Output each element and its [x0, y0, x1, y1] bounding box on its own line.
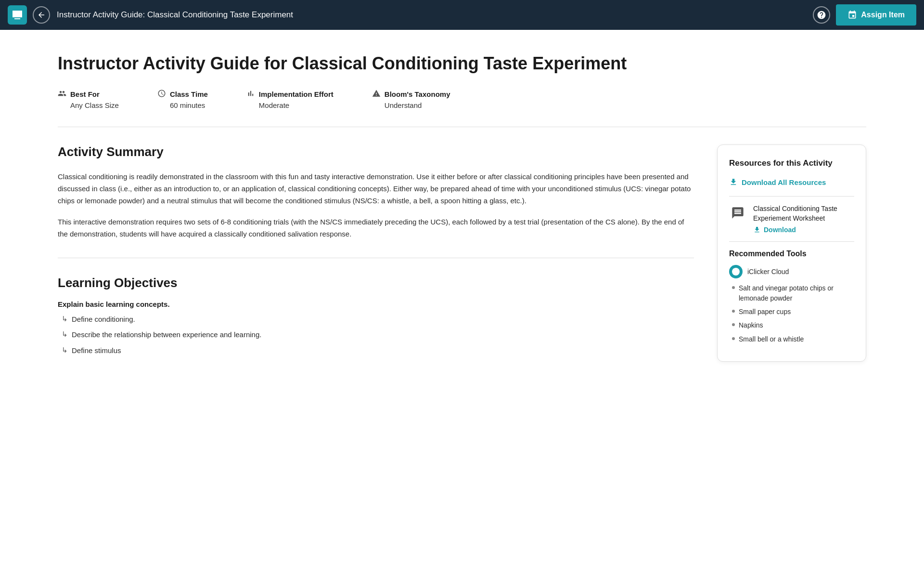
resource-download-link[interactable]: Download [753, 226, 854, 234]
supply-item-2: Napkins [729, 320, 854, 330]
people-icon [58, 89, 66, 99]
tools-divider [729, 241, 854, 242]
resources-sidebar: Resources for this Activity Download All… [717, 144, 866, 362]
iclicker-tool: iClicker Cloud [729, 265, 854, 278]
top-navigation: Instructor Activity Guide: Classical Con… [0, 0, 924, 30]
assign-item-button[interactable]: Assign Item [836, 4, 916, 26]
supply-bullet-0 [732, 286, 735, 289]
objective-text-3: Define stimulus [72, 345, 121, 356]
supply-text-1: Small paper cups [739, 307, 791, 316]
app-logo [8, 5, 27, 25]
objective-arrow-2: ↳ [62, 330, 68, 339]
meta-implementation: Implementation Effort Moderate [246, 89, 334, 109]
meta-class-time-value: 60 minutes [157, 101, 208, 109]
bars-icon [246, 89, 255, 99]
objective-item-2: ↳ Describe the relationship between expe… [58, 329, 694, 341]
resource-item-worksheet: Classical Conditioning Taste Experiement… [729, 204, 854, 234]
summary-divider [58, 258, 694, 258]
resources-divider [729, 196, 854, 197]
meta-best-for-value: Any Class Size [58, 101, 119, 109]
supply-text-0: Salt and vinegar potato chips or lemonad… [739, 283, 854, 303]
main-column: Activity Summary Classical conditioning … [58, 144, 694, 361]
activity-summary-heading: Activity Summary [58, 144, 694, 159]
download-all-resources-link[interactable]: Download All Resources [729, 178, 854, 186]
help-button[interactable] [813, 6, 830, 24]
supply-bullet-1 [732, 310, 735, 313]
resources-card: Resources for this Activity Download All… [717, 144, 866, 362]
objective-arrow-3: ↳ [62, 346, 68, 355]
resources-card-title: Resources for this Activity [729, 158, 854, 168]
meta-taxonomy-value: Understand [372, 101, 450, 109]
recommended-tools-title: Recommended Tools [729, 250, 854, 258]
supply-item-1: Small paper cups [729, 307, 854, 316]
meta-divider [58, 127, 866, 127]
meta-class-time: Class Time 60 minutes [157, 89, 208, 109]
activity-summary-p2: This interactive demonstration requires … [58, 216, 694, 240]
iclicker-name: iClicker Cloud [747, 268, 789, 276]
worksheet-icon [729, 204, 746, 222]
resource-worksheet-name: Classical Conditioning Taste Experiement… [753, 204, 854, 223]
objective-item-1: ↳ Define conditioning. [58, 314, 694, 325]
objective-arrow-1: ↳ [62, 315, 68, 323]
activity-summary-p1: Classical conditioning is readily demons… [58, 171, 694, 207]
objective-text-1: Define conditioning. [72, 314, 135, 325]
main-heading: Instructor Activity Guide for Classical … [58, 53, 866, 74]
meta-implementation-value: Moderate [246, 101, 334, 109]
supply-text-3: Small bell or a whistle [739, 334, 804, 344]
content-layout: Activity Summary Classical conditioning … [58, 144, 866, 362]
iclicker-icon [729, 265, 743, 278]
back-button[interactable] [33, 6, 50, 24]
supply-item-3: Small bell or a whistle [729, 334, 854, 344]
objective-group-title: Explain basic learning concepts. [58, 300, 694, 308]
meta-best-for: Best For Any Class Size [58, 89, 119, 109]
triangle-icon [372, 89, 381, 99]
supply-item-0: Salt and vinegar potato chips or lemonad… [729, 283, 854, 303]
meta-row: Best For Any Class Size Class Time 60 mi… [58, 89, 866, 109]
page-title: Instructor Activity Guide: Classical Con… [57, 10, 813, 20]
objective-item-3: ↳ Define stimulus [58, 345, 694, 356]
page-content: Instructor Activity Guide for Classical … [0, 30, 924, 578]
meta-taxonomy: Bloom's Taxonomy Understand [372, 89, 450, 109]
supply-text-2: Napkins [739, 320, 763, 330]
learning-objectives-heading: Learning Objectives [58, 276, 694, 290]
supply-bullet-3 [732, 337, 735, 340]
objective-text-2: Describe the relationship between experi… [72, 329, 261, 341]
clock-icon [157, 89, 166, 99]
supply-bullet-2 [732, 323, 735, 326]
